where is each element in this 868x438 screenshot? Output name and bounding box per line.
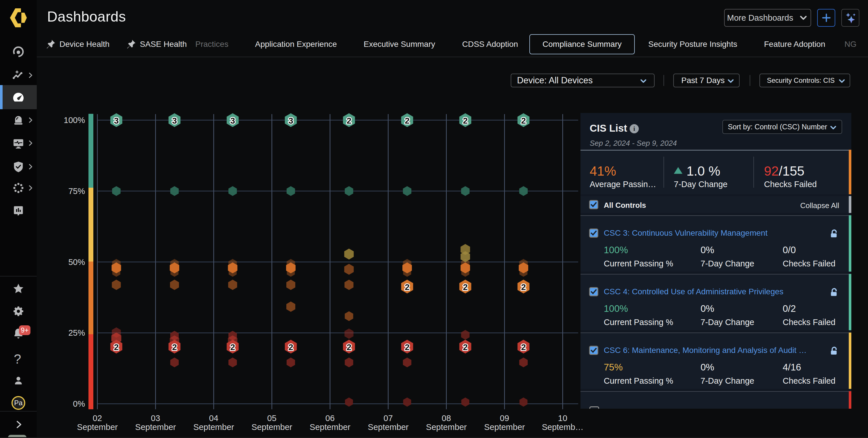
svg-text:0%: 0% <box>73 399 85 408</box>
svg-text:2: 2 <box>230 342 235 352</box>
svg-text:2: 2 <box>463 342 468 352</box>
svg-text:September: September <box>484 422 525 432</box>
svg-text:2: 2 <box>405 116 410 125</box>
svg-text:50%: 50% <box>68 258 85 267</box>
svg-text:2: 2 <box>463 282 468 292</box>
svg-text:3: 3 <box>288 116 293 125</box>
svg-text:04: 04 <box>209 414 218 423</box>
svg-text:05: 05 <box>267 414 276 423</box>
svg-text:2: 2 <box>172 342 177 352</box>
svg-text:3: 3 <box>114 116 119 125</box>
svg-text:75%: 75% <box>68 186 85 196</box>
svg-text:08: 08 <box>442 414 451 423</box>
svg-text:September: September <box>77 422 118 432</box>
svg-text:2: 2 <box>405 342 410 352</box>
svg-text:06: 06 <box>326 414 335 423</box>
svg-text:2: 2 <box>347 342 351 352</box>
svg-text:25%: 25% <box>68 328 85 338</box>
svg-text:September: September <box>368 422 409 432</box>
svg-text:10: 10 <box>558 414 567 423</box>
svg-text:03: 03 <box>151 414 160 423</box>
svg-text:100%: 100% <box>64 116 85 125</box>
svg-text:2: 2 <box>521 116 526 125</box>
svg-text:09: 09 <box>500 414 509 423</box>
svg-text:September: September <box>310 422 350 432</box>
svg-text:September: September <box>193 422 234 432</box>
svg-text:Septemb…: Septemb… <box>542 422 583 432</box>
svg-text:2: 2 <box>521 342 526 352</box>
svg-text:2: 2 <box>347 116 351 125</box>
svg-text:September: September <box>135 422 176 432</box>
svg-text:2: 2 <box>405 282 410 292</box>
svg-text:2: 2 <box>463 116 468 125</box>
svg-text:3: 3 <box>230 116 235 125</box>
svg-text:2: 2 <box>288 342 293 352</box>
svg-text:02: 02 <box>93 414 102 423</box>
svg-text:September: September <box>252 422 292 432</box>
svg-text:3: 3 <box>172 116 177 125</box>
svg-text:07: 07 <box>383 414 393 423</box>
svg-text:2: 2 <box>114 342 119 352</box>
svg-text:2: 2 <box>521 282 526 292</box>
svg-text:September: September <box>426 422 467 432</box>
